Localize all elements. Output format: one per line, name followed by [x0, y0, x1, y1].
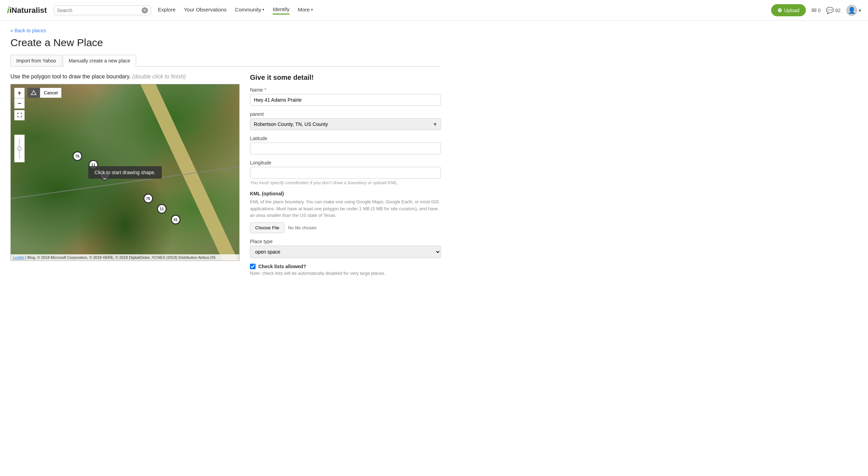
map-column: Use the polygon tool to draw the place b… — [10, 74, 240, 281]
map-instruction: Use the polygon tool to draw the place b… — [10, 74, 240, 80]
latitude-label: Latitude — [250, 136, 441, 141]
tabs: Import from Yahoo Manually create a new … — [10, 55, 441, 67]
slider-thumb[interactable] — [17, 146, 22, 151]
header-right: ⊕ Upload ✉ 0 💬 92 👤 ▾ — [771, 4, 861, 16]
nav-more[interactable]: More ▾ — [298, 7, 313, 14]
zoom-out-button[interactable]: − — [14, 98, 25, 109]
name-label: Name * — [250, 87, 441, 93]
name-input[interactable] — [250, 94, 441, 106]
user-caret-icon: ▾ — [859, 8, 861, 13]
tab-manually-create[interactable]: Manually create a new place — [63, 55, 136, 67]
check-lists-note: Note: check lists will be automatically … — [250, 271, 441, 276]
search-box: ✕ — [54, 6, 151, 15]
fullscreen-button[interactable]: ⛶ — [14, 110, 25, 120]
check-lists-group: Check lists allowed? Note: check lists w… — [250, 264, 441, 276]
mail-count: 0 — [818, 8, 821, 13]
two-column-layout: Use the polygon tool to draw the place b… — [10, 74, 441, 281]
check-lists-checkbox[interactable] — [250, 264, 256, 269]
road-sign-41b: 41 — [171, 215, 181, 224]
header: iiNaturalist ✕ Explore Your Observations… — [0, 0, 868, 21]
comment-icon-group[interactable]: 💬 92 — [826, 7, 841, 14]
mail-icon: ✉ — [811, 7, 817, 14]
place-type-label: Place type — [250, 239, 441, 244]
check-lists-label[interactable]: Check lists allowed? — [258, 264, 306, 269]
zoom-slider[interactable] — [14, 135, 25, 162]
parent-select-wrap: Robertson County, TN, US County ▼ — [250, 118, 441, 130]
form-section-title: Give it some detail! — [250, 74, 441, 82]
map-controls: + − ⛶ — [14, 88, 25, 120]
latitude-input[interactable] — [250, 143, 441, 154]
svg-marker-0 — [31, 91, 36, 95]
nav-your-observations[interactable]: Your Observations — [184, 7, 227, 14]
check-lists-row: Check lists allowed? — [250, 264, 441, 269]
file-row: Choose File No file chosen — [250, 222, 441, 233]
logo[interactable]: iiNaturalist — [7, 5, 47, 16]
place-type-select[interactable]: open space country state county city tow… — [250, 246, 441, 258]
parent-label: parent — [250, 111, 441, 117]
avatar: 👤 — [846, 5, 857, 16]
latitude-group: Latitude — [250, 136, 441, 154]
nav-community[interactable]: Community ▾ — [235, 7, 265, 14]
cancel-button[interactable]: Cancel — [40, 88, 61, 98]
attribution-text: | Bing, © 2018 Microsoft Corporation, © … — [25, 255, 216, 260]
road-sign-76b: 76 — [143, 194, 153, 203]
slider-track — [19, 138, 20, 159]
mail-icon-group[interactable]: ✉ 0 — [811, 7, 821, 14]
upload-button[interactable]: ⊕ Upload — [771, 4, 806, 16]
logo-text: iNaturalist — [9, 6, 47, 15]
tab-import-yahoo[interactable]: Import from Yahoo — [10, 55, 62, 66]
longitude-input[interactable] — [250, 167, 441, 179]
map-container[interactable]: 76 11 41 76 11 41 + — [10, 84, 240, 261]
form-column: Give it some detail! Name * parent Rober… — [250, 74, 441, 281]
nav-community-label: Community — [235, 7, 261, 12]
search-clear-button[interactable]: ✕ — [142, 7, 148, 14]
upload-plus-icon: ⊕ — [777, 7, 782, 14]
kml-description: KML of the place boundary. You can make … — [250, 198, 441, 219]
map-hint: (double click to finish) — [132, 74, 186, 79]
back-to-places-link[interactable]: « Back to places — [10, 28, 46, 33]
nav-more-label: More — [298, 7, 310, 12]
draw-tool: Cancel — [27, 88, 61, 98]
user-menu[interactable]: 👤 ▾ — [846, 5, 861, 16]
more-caret-icon: ▾ — [311, 8, 313, 11]
logo-i: i — [7, 5, 9, 16]
main-nav: Explore Your Observations Community ▾ Id… — [158, 6, 771, 15]
no-file-text: No file chosen — [288, 225, 316, 230]
attribution-link[interactable]: Leaflet — [13, 255, 24, 260]
required-star: * — [264, 87, 266, 93]
comment-icon: 💬 — [826, 7, 834, 14]
longitude-group: Longitude You must specify coordinates i… — [250, 160, 441, 185]
map-attribution: Leaflet | Bing, © 2018 Microsoft Corpora… — [11, 254, 239, 261]
draw-icon — [27, 88, 40, 98]
parent-group: parent Robertson County, TN, US County ▼ — [250, 111, 441, 130]
place-type-group: Place type open space country state coun… — [250, 239, 441, 258]
search-input[interactable] — [57, 8, 142, 13]
choose-file-button[interactable]: Choose File — [250, 222, 284, 233]
kml-title: KML (optional) — [250, 191, 441, 196]
parent-select[interactable]: Robertson County, TN, US County — [250, 118, 441, 130]
nav-explore[interactable]: Explore — [158, 7, 176, 14]
zoom-in-button[interactable]: + — [14, 88, 25, 98]
map-instruction-text: Use the polygon tool to draw the place b… — [10, 74, 131, 79]
draw-prompt: Click to start drawing shape. — [88, 166, 162, 179]
nav-identify[interactable]: Identify — [273, 6, 289, 15]
community-caret-icon: ▾ — [262, 8, 264, 11]
kml-group: KML (optional) KML of the place boundary… — [250, 191, 441, 233]
longitude-label: Longitude — [250, 160, 441, 165]
main-content: « Back to places Create a New Place Impo… — [0, 21, 451, 288]
page-title: Create a New Place — [10, 37, 441, 49]
road-sign-76a: 76 — [73, 151, 82, 161]
upload-label: Upload — [784, 8, 799, 13]
name-group: Name * — [250, 87, 441, 106]
coords-hint: You must specify coordinates if you don'… — [250, 180, 441, 185]
comment-count: 92 — [835, 8, 841, 13]
